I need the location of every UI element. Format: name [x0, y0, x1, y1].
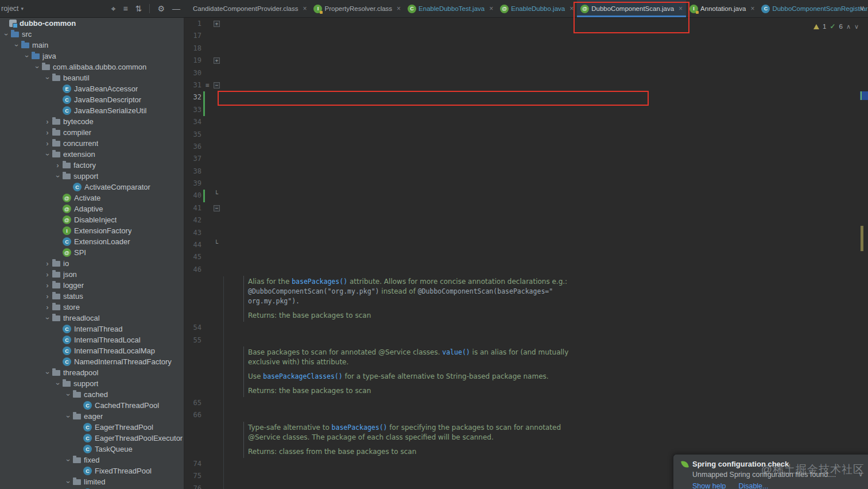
- collapse-all-icon[interactable]: ⇅: [135, 4, 142, 13]
- tree-item-src[interactable]: ›src: [0, 29, 184, 40]
- fold-marker-icon[interactable]: −: [214, 82, 220, 88]
- tree-item-CachedThreadPool[interactable]: CCachedThreadPool: [0, 400, 184, 411]
- tree-item-factory[interactable]: ›factory: [0, 160, 184, 171]
- tree-item-threadpool[interactable]: ›threadpool: [0, 367, 184, 378]
- close-icon[interactable]: ×: [489, 5, 493, 13]
- chevron-collapsed-icon[interactable]: ›: [55, 161, 61, 170]
- tree-item-JavaBeanAccessor[interactable]: EJavaBeanAccessor: [0, 83, 184, 94]
- prev-highlight-chevron-icon[interactable]: ∧: [846, 23, 851, 30]
- tree-item-ActivateComparator[interactable]: CActivateComparator: [0, 182, 184, 192]
- tree-item-concurrent[interactable]: ›concurrent: [0, 138, 184, 149]
- tree-item-limited[interactable]: ›limited: [0, 476, 184, 487]
- tree-item-EagerThreadPoolExecutor[interactable]: CEagerThreadPoolExecutor: [0, 433, 184, 444]
- scrollbar-warning-mark[interactable]: [861, 226, 863, 251]
- tree-item-Activate[interactable]: @Activate: [0, 192, 184, 203]
- close-icon[interactable]: ×: [569, 5, 574, 13]
- tab-Annotation.java[interactable]: IAnnotation.java×: [686, 0, 758, 17]
- project-dropdown-label[interactable]: roject: [1, 5, 19, 13]
- settings-icon[interactable]: ⚙: [157, 4, 165, 13]
- chevron-expanded-icon[interactable]: ›: [64, 391, 72, 398]
- chevron-expanded-icon[interactable]: ›: [44, 315, 52, 321]
- tab-EnableDubbo.java[interactable]: @EnableDubbo.java×: [497, 0, 577, 17]
- tree-item-dubbo-common[interactable]: dubbo-common: [0, 18, 184, 29]
- chevron-collapsed-icon[interactable]: ›: [44, 260, 51, 268]
- tree-item-threadlocal[interactable]: ›threadlocal: [0, 313, 184, 324]
- chevron-expanded-icon[interactable]: ›: [33, 64, 41, 70]
- tree-item-ExtensionFactory[interactable]: IExtensionFactory: [0, 225, 184, 236]
- fold-marker-icon[interactable]: └: [214, 191, 219, 197]
- chevron-expanded-icon[interactable]: ›: [23, 53, 31, 59]
- tree-item-eager[interactable]: ›eager: [0, 411, 184, 422]
- tree-item-DisableInject[interactable]: @DisableInject: [0, 214, 184, 225]
- tree-item-bytecode[interactable]: ›bytecode: [0, 116, 184, 127]
- tree-item-JavaBeanDescriptor[interactable]: CJavaBeanDescriptor: [0, 94, 184, 105]
- fold-marker-icon[interactable]: +: [214, 57, 220, 64]
- project-tree[interactable]: dubbo-common›src›main›java›com.alibaba.d…: [0, 18, 184, 489]
- tree-item-Adaptive[interactable]: @Adaptive: [0, 203, 184, 214]
- close-icon[interactable]: ×: [679, 5, 683, 13]
- notification-popup[interactable]: Spring configuration check Unmapped Spri…: [673, 454, 868, 489]
- chevron-expanded-icon[interactable]: ›: [54, 173, 62, 179]
- fold-marker-icon[interactable]: −: [214, 205, 220, 211]
- chevron-expanded-icon[interactable]: ›: [13, 42, 21, 48]
- tree-item-logger[interactable]: ›logger: [0, 280, 184, 291]
- chevron-collapsed-icon[interactable]: ›: [44, 292, 51, 301]
- tab-PropertyResolver.class[interactable]: IPropertyResolver.class×: [310, 0, 404, 17]
- tree-item-SPI[interactable]: @SPI: [0, 247, 184, 258]
- chevron-collapsed-icon[interactable]: ›: [44, 140, 51, 148]
- chevron-expanded-icon[interactable]: ›: [64, 413, 72, 419]
- tree-item-extension[interactable]: ›extension: [0, 149, 184, 160]
- notification-collapse-chevron-icon[interactable]: ∨: [858, 469, 863, 478]
- chevron-collapsed-icon[interactable]: ›: [44, 271, 51, 279]
- chevron-collapsed-icon[interactable]: ›: [44, 282, 51, 290]
- tree-item-com.alibaba.dubbo.common[interactable]: ›com.alibaba.dubbo.common: [0, 61, 184, 72]
- tree-item-support[interactable]: ›support: [0, 171, 184, 182]
- chevron-expanded-icon[interactable]: ›: [64, 457, 72, 463]
- chevron-expanded-icon[interactable]: ›: [44, 151, 52, 157]
- tab-DubboComponentScanRegistrar.java[interactable]: CDubboComponentScanRegistrar.java×: [758, 0, 868, 17]
- hide-panel-icon[interactable]: —: [172, 4, 180, 13]
- tree-item-status[interactable]: ›status: [0, 291, 184, 302]
- tree-item-FixedThreadPool[interactable]: CFixedThreadPool: [0, 465, 184, 476]
- tree-item-json[interactable]: ›json: [0, 269, 184, 280]
- tree-item-JavaBeanSerializeUtil[interactable]: CJavaBeanSerializeUtil: [0, 105, 184, 116]
- project-panel-header[interactable]: roject ▾ ⌖≡⇅⚙—: [0, 0, 189, 17]
- tree-item-store[interactable]: ›store: [0, 302, 184, 313]
- tree-item-io[interactable]: ›io: [0, 258, 184, 269]
- fold-marker-icon[interactable]: └: [214, 241, 219, 246]
- chevron-collapsed-icon[interactable]: ›: [44, 118, 51, 126]
- chevron-expanded-icon[interactable]: ›: [44, 75, 52, 81]
- close-icon[interactable]: ×: [303, 5, 307, 13]
- render-doc-toggle-icon[interactable]: ≡: [206, 79, 210, 91]
- chevron-expanded-icon[interactable]: ›: [2, 31, 10, 37]
- notification-link[interactable]: Show help: [692, 482, 726, 489]
- inspection-widget[interactable]: 1 ✓ 6 ∧ ∨: [813, 22, 859, 30]
- tree-item-InternalThreadLocal[interactable]: CInternalThreadLocal: [0, 334, 184, 345]
- tree-item-NamedInternalThreadFactory[interactable]: CNamedInternalThreadFactory: [0, 356, 184, 367]
- tree-item-EagerThreadPool[interactable]: CEagerThreadPool: [0, 422, 184, 433]
- tree-item-cached[interactable]: ›cached: [0, 389, 184, 400]
- tree-item-compiler[interactable]: ›compiler: [0, 127, 184, 138]
- chevron-expanded-icon[interactable]: ›: [44, 369, 52, 376]
- tab-EnableDubboTest.java[interactable]: CEnableDubboTest.java×: [404, 0, 497, 17]
- code-editor[interactable]: 1+171819+3031≡−323334353637383940└41−424…: [184, 18, 868, 489]
- tree-item-main[interactable]: ›main: [0, 40, 184, 51]
- tab-overflow-chevron-icon[interactable]: ∨: [859, 4, 865, 12]
- locate-icon[interactable]: ⌖: [111, 4, 116, 14]
- chevron-expanded-icon[interactable]: ›: [64, 479, 72, 485]
- tree-item-beanutil[interactable]: ›beanutil: [0, 72, 184, 83]
- chevron-collapsed-icon[interactable]: ›: [44, 129, 51, 137]
- fold-marker-icon[interactable]: +: [214, 21, 220, 27]
- tree-item-InternalThread[interactable]: CInternalThread: [0, 324, 184, 334]
- tree-item-InternalThreadLocalMap[interactable]: CInternalThreadLocalMap: [0, 345, 184, 356]
- chevron-expanded-icon[interactable]: ›: [54, 380, 62, 387]
- tree-item-support[interactable]: ›support: [0, 378, 184, 389]
- close-icon[interactable]: ×: [397, 5, 401, 13]
- tree-item-java[interactable]: ›java: [0, 51, 184, 61]
- chevron-collapsed-icon[interactable]: ›: [44, 303, 51, 311]
- expand-all-icon[interactable]: ≡: [123, 4, 128, 13]
- close-icon[interactable]: ×: [750, 5, 754, 13]
- next-highlight-chevron-icon[interactable]: ∨: [854, 23, 859, 30]
- tree-item-fixed[interactable]: ›fixed: [0, 455, 184, 465]
- tab-CandidateComponentProvider.class[interactable]: CandidateComponentProvider.class×: [189, 0, 310, 17]
